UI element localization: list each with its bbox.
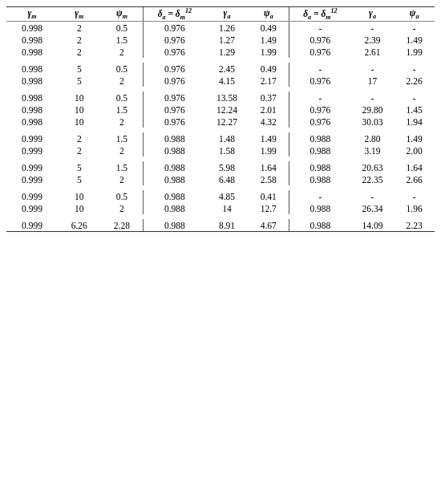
table-cell: 5 bbox=[58, 75, 100, 87]
table-cell: 2 bbox=[58, 132, 100, 144]
col-psia1-header: ψa bbox=[394, 7, 435, 22]
table-cell: 0.976 bbox=[289, 75, 350, 87]
table-cell: 1.64 bbox=[249, 161, 289, 173]
table-cell: 2.00 bbox=[394, 144, 435, 156]
table-cell: 2 bbox=[58, 22, 100, 35]
table-cell: 22.35 bbox=[351, 173, 394, 185]
table-cell: 12.7 bbox=[249, 202, 289, 214]
table-cell: 2 bbox=[58, 34, 100, 46]
table-cell: 0.41 bbox=[249, 190, 289, 202]
table-cell: 0.988 bbox=[289, 161, 350, 173]
table-cell: 0.988 bbox=[144, 173, 205, 185]
table-cell: 0.5 bbox=[100, 22, 143, 35]
table-cell: 0.988 bbox=[144, 144, 205, 156]
table-cell: 0.976 bbox=[289, 46, 350, 58]
table-cell: 12.24 bbox=[205, 104, 248, 116]
table-cell: - bbox=[289, 91, 350, 104]
table-cell: 0.976 bbox=[144, 34, 205, 46]
table-cell: 1.99 bbox=[394, 46, 435, 58]
table-row: 0.998220.9761.291.990.9762.611.99 bbox=[6, 46, 435, 58]
table-cell: 2 bbox=[58, 46, 100, 58]
table-cell: 1.49 bbox=[249, 34, 289, 46]
table-cell: 0.999 bbox=[6, 132, 58, 144]
table-cell: 0.998 bbox=[6, 63, 58, 75]
table-cell: 1.96 bbox=[394, 202, 435, 214]
table-row: 0.998520.9764.152.170.976172.26 bbox=[6, 75, 435, 87]
table-row: 0.9991020.9881412.70.98826.341.96 bbox=[6, 202, 435, 214]
table-cell: - bbox=[351, 91, 394, 104]
table-cell: 5.98 bbox=[205, 161, 248, 173]
table-cell: 26.34 bbox=[351, 202, 394, 214]
col-psim-header: ψm bbox=[100, 7, 143, 22]
table-cell: - bbox=[289, 22, 350, 35]
table-cell: 6.26 bbox=[58, 219, 100, 232]
table-cell: 10 bbox=[58, 91, 100, 104]
table-cell: 0.999 bbox=[6, 219, 58, 232]
table-cell: 0.37 bbox=[249, 91, 289, 104]
table-cell: 0.998 bbox=[6, 46, 58, 58]
col-gm1-header: γm bbox=[6, 7, 58, 22]
table-cell: 2.58 bbox=[249, 173, 289, 185]
table-cell: 2.23 bbox=[394, 219, 435, 232]
col-delta2-header: δa = δm12 bbox=[144, 7, 205, 22]
table-row: 0.99921.50.9881.481.490.9882.801.49 bbox=[6, 132, 435, 144]
table-cell: 0.988 bbox=[289, 173, 350, 185]
table-cell: 0.988 bbox=[144, 190, 205, 202]
table-cell: 2.66 bbox=[394, 173, 435, 185]
table-cell: 1.49 bbox=[394, 34, 435, 46]
table-cell: 1.58 bbox=[205, 144, 248, 156]
table-cell: - bbox=[394, 91, 435, 104]
table-cell: 1.64 bbox=[394, 161, 435, 173]
table-cell: 1.99 bbox=[249, 46, 289, 58]
table-cell: 2.39 bbox=[351, 34, 394, 46]
col-delta1-header: δa = δm12 bbox=[289, 7, 350, 22]
table-cell: 1.45 bbox=[394, 104, 435, 116]
table-cell: 0.976 bbox=[144, 91, 205, 104]
table-cell: - bbox=[289, 190, 350, 202]
table-cell: 0.988 bbox=[144, 161, 205, 173]
table-cell: 0.998 bbox=[6, 91, 58, 104]
table-cell: 2 bbox=[100, 144, 143, 156]
table-cell: 2.28 bbox=[100, 219, 143, 232]
table-cell: 1.99 bbox=[249, 144, 289, 156]
table-cell: 30.03 bbox=[351, 116, 394, 128]
table-row: 0.998101.50.97612.242.010.97629.801.45 bbox=[6, 104, 435, 116]
table-cell: 1.26 bbox=[205, 22, 248, 35]
table-cell: 0.988 bbox=[144, 132, 205, 144]
table-cell: 5 bbox=[58, 173, 100, 185]
table-cell: 0.988 bbox=[144, 202, 205, 214]
table-cell: 0.976 bbox=[289, 104, 350, 116]
table-cell: 0.976 bbox=[144, 75, 205, 87]
table-row: 0.998100.50.97613.580.37--- bbox=[6, 91, 435, 104]
table-cell: 29.80 bbox=[351, 104, 394, 116]
table-cell: 0.988 bbox=[144, 219, 205, 232]
table-cell: 0.976 bbox=[144, 116, 205, 128]
table-cell: 1.49 bbox=[249, 132, 289, 144]
table-cell: 0.998 bbox=[6, 104, 58, 116]
table-cell: 0.998 bbox=[6, 34, 58, 46]
table-cell: 0.988 bbox=[289, 202, 350, 214]
table-cell: 1.5 bbox=[100, 132, 143, 144]
table-cell: 2 bbox=[100, 173, 143, 185]
table-cell: - bbox=[394, 63, 435, 75]
table-cell: 0.999 bbox=[6, 202, 58, 214]
table-cell: 2.80 bbox=[351, 132, 394, 144]
data-table: γm γm ψm δa = δm12 γa ψa δa = δm bbox=[6, 6, 435, 232]
table-row: 0.99820.50.9761.260.49--- bbox=[6, 22, 435, 35]
table-cell: 1.29 bbox=[205, 46, 248, 58]
col-psia2-header: ψa bbox=[249, 7, 289, 22]
table-cell: 0.988 bbox=[289, 144, 350, 156]
table-row: 0.999220.9881.581.990.9883.192.00 bbox=[6, 144, 435, 156]
table-cell: 2 bbox=[100, 116, 143, 128]
table-row: 0.99821.50.9761.271.490.9762.391.49 bbox=[6, 34, 435, 46]
table-cell: 5 bbox=[58, 161, 100, 173]
table-cell: 0.999 bbox=[6, 173, 58, 185]
table-cell: 0.976 bbox=[144, 22, 205, 35]
table-cell: 0.999 bbox=[6, 144, 58, 156]
table-cell: - bbox=[289, 63, 350, 75]
table-cell: - bbox=[394, 22, 435, 35]
table-cell: 4.15 bbox=[205, 75, 248, 87]
table-row: 0.999100.50.9884.850.41--- bbox=[6, 190, 435, 202]
table-cell: 1.5 bbox=[100, 161, 143, 173]
table-cell: 5 bbox=[58, 63, 100, 75]
